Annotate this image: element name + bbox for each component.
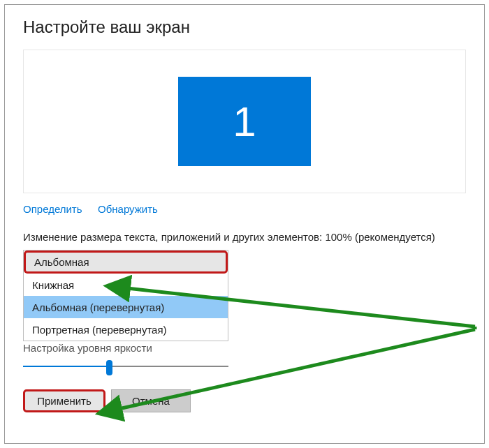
monitor-1[interactable]: 1 bbox=[178, 77, 311, 166]
orientation-dropdown[interactable]: Альбомная Книжная Альбомная (перевернута… bbox=[23, 250, 228, 341]
slider-fill bbox=[23, 366, 109, 367]
brightness-label: Настройка уровня яркости bbox=[23, 342, 484, 354]
cancel-button[interactable]: Отмена bbox=[111, 389, 191, 412]
monitor-number-label: 1 bbox=[233, 98, 256, 146]
orientation-selected[interactable]: Альбомная bbox=[24, 251, 228, 274]
settings-window: Настройте ваш экран 1 Определить Обнаруж… bbox=[4, 4, 485, 444]
brightness-slider[interactable] bbox=[23, 359, 228, 375]
apply-button[interactable]: Применить bbox=[23, 389, 105, 412]
monitor-preview-area: 1 bbox=[23, 50, 466, 193]
orientation-option-portrait[interactable]: Книжная bbox=[24, 274, 228, 296]
identify-link[interactable]: Определить bbox=[23, 203, 82, 215]
slider-thumb[interactable] bbox=[106, 360, 112, 375]
detect-link[interactable]: Обнаружить bbox=[98, 203, 158, 215]
button-row: Применить Отмена bbox=[23, 389, 484, 412]
monitor-links: Определить Обнаружить bbox=[23, 203, 466, 216]
scale-label: Изменение размера текста, приложений и д… bbox=[23, 231, 466, 243]
orientation-option-landscape-flipped[interactable]: Альбомная (перевернутая) bbox=[24, 296, 228, 318]
orientation-selected-text: Альбомная bbox=[34, 256, 89, 268]
page-title: Настройте ваш экран bbox=[5, 5, 484, 37]
orientation-option-portrait-flipped[interactable]: Портретная (перевернутая) bbox=[24, 318, 228, 341]
